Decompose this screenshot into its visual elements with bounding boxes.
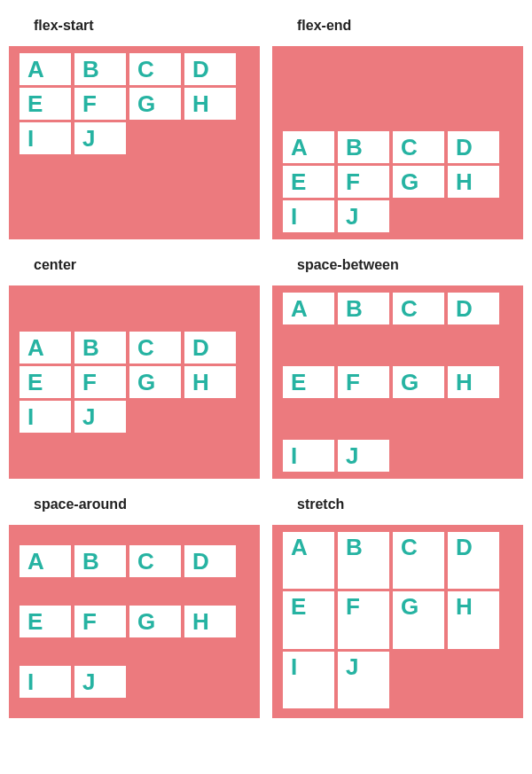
- flex-item: I: [20, 122, 71, 154]
- flex-row: ABCD: [20, 545, 249, 577]
- flex-item: A: [20, 332, 71, 364]
- flex-item: H: [184, 88, 236, 120]
- flex-row: EFGH: [20, 88, 249, 120]
- flex-row: EFGH: [283, 591, 512, 648]
- flex-row: IJ: [20, 122, 249, 154]
- flex-item: D: [448, 532, 499, 589]
- flex-row: ABCD: [20, 332, 249, 364]
- flex-container: ABCDEFGHIJ: [9, 46, 260, 239]
- flex-item: B: [338, 293, 389, 324]
- example-space-between: space-betweenABCDEFGHIJ: [272, 248, 523, 479]
- flex-item: H: [448, 366, 499, 398]
- flex-item: D: [184, 332, 236, 364]
- flex-item: A: [20, 545, 71, 577]
- flex-item: D: [184, 53, 236, 85]
- flex-item: E: [20, 606, 71, 637]
- flex-item: F: [338, 166, 389, 198]
- flex-item: F: [338, 591, 389, 648]
- flex-item: B: [74, 332, 126, 364]
- flex-row: EFGH: [283, 166, 512, 198]
- flex-item: A: [283, 532, 334, 589]
- flex-item: G: [393, 591, 444, 648]
- flex-item: C: [393, 293, 444, 324]
- example-label: flex-start: [9, 9, 260, 46]
- flex-item: I: [20, 666, 71, 698]
- example-space-around: space-aroundABCDEFGHIJ: [9, 488, 260, 718]
- flex-item: F: [74, 88, 126, 120]
- flex-item: H: [184, 366, 236, 398]
- flex-item: H: [448, 591, 499, 648]
- flex-item: G: [393, 166, 444, 198]
- flex-item: J: [338, 200, 389, 232]
- flex-item: A: [20, 53, 71, 85]
- flex-item: E: [283, 366, 334, 398]
- example-label: space-around: [9, 488, 260, 525]
- flex-item: C: [129, 53, 181, 85]
- flex-item: E: [283, 591, 334, 648]
- example-label: space-between: [272, 248, 523, 285]
- flex-item: H: [448, 166, 499, 198]
- flex-row: IJ: [283, 652, 512, 708]
- flex-row: EFGH: [20, 366, 249, 398]
- flex-row: ABCD: [283, 131, 512, 163]
- flex-item: C: [129, 332, 181, 364]
- flex-item: J: [74, 401, 126, 433]
- flex-item: C: [393, 532, 444, 589]
- example-label: stretch: [272, 488, 523, 525]
- flex-item: I: [283, 652, 334, 708]
- flex-item: J: [338, 440, 389, 472]
- flex-item: J: [74, 666, 126, 698]
- flex-item: I: [283, 200, 334, 232]
- flex-item: E: [283, 166, 334, 198]
- flex-container: ABCDEFGHIJ: [9, 525, 260, 718]
- flex-item: D: [184, 545, 236, 577]
- flex-row: ABCD: [20, 53, 249, 85]
- flex-item: B: [74, 545, 126, 577]
- examples-grid: flex-startABCDEFGHIJflex-endABCDEFGHIJce…: [9, 9, 523, 718]
- example-center: centerABCDEFGHIJ: [9, 248, 260, 479]
- flex-item: A: [283, 131, 334, 163]
- flex-container: ABCDEFGHIJ: [272, 525, 523, 718]
- flex-row: IJ: [20, 401, 249, 433]
- flex-item: F: [338, 366, 389, 398]
- flex-item: C: [129, 545, 181, 577]
- example-label: center: [9, 248, 260, 285]
- flex-item: J: [338, 652, 389, 708]
- flex-container: ABCDEFGHIJ: [272, 46, 523, 239]
- flex-row: ABCD: [283, 532, 512, 589]
- flex-item: C: [393, 131, 444, 163]
- flex-row: EFGH: [20, 606, 249, 637]
- example-flex-end: flex-endABCDEFGHIJ: [272, 9, 523, 239]
- flex-row: IJ: [283, 440, 512, 472]
- flex-item: E: [20, 88, 71, 120]
- flex-row: IJ: [283, 200, 512, 232]
- flex-item: G: [393, 366, 444, 398]
- flex-item: F: [74, 366, 126, 398]
- example-flex-start: flex-startABCDEFGHIJ: [9, 9, 260, 239]
- flex-item: D: [448, 293, 499, 324]
- flex-item: I: [283, 440, 334, 472]
- flex-item: B: [338, 131, 389, 163]
- flex-item: H: [184, 606, 236, 637]
- flex-row: EFGH: [283, 366, 512, 398]
- flex-container: ABCDEFGHIJ: [272, 285, 523, 479]
- example-label: flex-end: [272, 9, 523, 46]
- flex-item: F: [74, 606, 126, 637]
- flex-item: A: [283, 293, 334, 324]
- flex-row: ABCD: [283, 293, 512, 324]
- flex-item: J: [74, 122, 126, 154]
- flex-item: D: [448, 131, 499, 163]
- flex-item: E: [20, 366, 71, 398]
- flex-item: G: [129, 88, 181, 120]
- flex-row: IJ: [20, 666, 249, 698]
- flex-container: ABCDEFGHIJ: [9, 285, 260, 479]
- flex-item: B: [338, 532, 389, 589]
- flex-item: I: [20, 401, 71, 433]
- flex-item: B: [74, 53, 126, 85]
- example-stretch: stretchABCDEFGHIJ: [272, 488, 523, 718]
- flex-item: G: [129, 366, 181, 398]
- flex-item: G: [129, 606, 181, 637]
